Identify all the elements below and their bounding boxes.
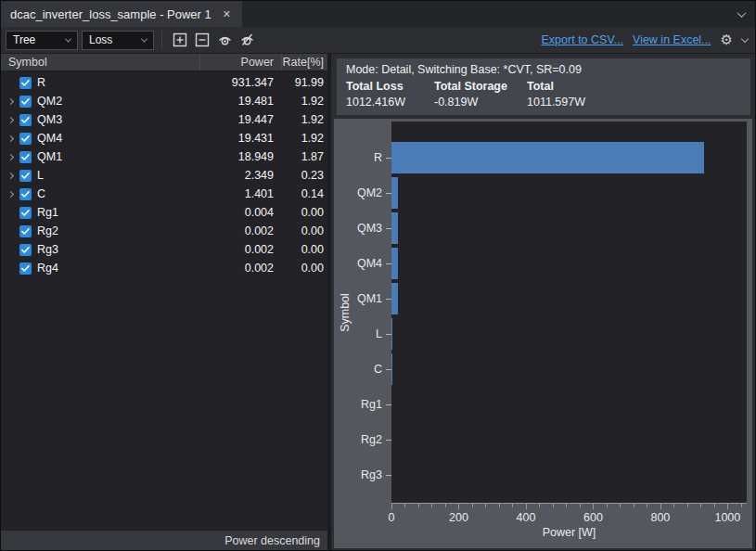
chevron-right-icon xyxy=(6,153,13,160)
row-symbol: QM4 xyxy=(37,132,199,145)
x-axis-tick xyxy=(580,504,581,507)
row-rate: 1.92 xyxy=(281,132,324,145)
tab-title: dcac_inverter_loss_sample - Power 1 xyxy=(10,7,211,21)
row-symbol: C xyxy=(37,187,199,200)
x-axis-tick xyxy=(418,504,419,507)
row-checkbox[interactable] xyxy=(19,170,32,182)
y-axis-tick xyxy=(386,299,391,300)
table-header: Symbol Power Rate[%] xyxy=(1,54,327,71)
row-rate: 0.00 xyxy=(281,243,324,256)
table-row[interactable]: Rg20.0020.00 xyxy=(1,222,327,240)
expand-arrow-cell[interactable] xyxy=(1,136,19,141)
x-axis-tick-label: 800 xyxy=(650,510,670,525)
x-axis-tick-label: 1000 xyxy=(714,510,740,525)
x-axis-tick xyxy=(714,504,715,507)
export-csv-link[interactable]: Export to CSV... xyxy=(542,33,623,46)
row-checkbox[interactable] xyxy=(19,263,32,275)
hide-all-button[interactable] xyxy=(236,30,258,50)
table-row[interactable]: Rg10.0040.00 xyxy=(1,203,327,222)
mode-line: Mode: Detail, Switching Base: *CVT, SR=0… xyxy=(346,63,741,77)
y-axis-category-label: Rg1 xyxy=(334,397,382,412)
close-icon[interactable]: ✕ xyxy=(221,7,233,21)
expand-arrow-cell[interactable] xyxy=(1,155,19,160)
chart-bar xyxy=(391,212,398,244)
row-rate: 0.23 xyxy=(281,169,324,182)
x-axis-tick xyxy=(741,504,742,507)
x-axis-tick-label: 0 xyxy=(389,510,395,525)
chart-bar xyxy=(391,142,704,173)
main-content: Symbol Power Rate[%] R931.34791.99QM219.… xyxy=(1,54,755,550)
x-axis-tick xyxy=(526,504,527,509)
table-row[interactable]: Rg40.0020.00 xyxy=(1,259,327,277)
toolbar-separator xyxy=(161,31,162,49)
row-rate: 0.00 xyxy=(281,206,324,219)
table-row[interactable]: QM319.4471.92 xyxy=(1,110,327,129)
table-row[interactable]: QM419.4311.92 xyxy=(1,129,327,147)
row-power: 0.004 xyxy=(199,206,274,219)
table-row[interactable]: QM219.4811.92 xyxy=(1,92,327,110)
expand-arrow-cell[interactable] xyxy=(1,99,19,104)
tab-list-dropdown[interactable] xyxy=(727,1,755,27)
y-axis-tick xyxy=(386,263,391,264)
x-axis-tick xyxy=(620,504,621,507)
row-symbol: L xyxy=(37,169,199,182)
table-row[interactable]: Rg30.0020.00 xyxy=(1,240,327,259)
y-axis-tick xyxy=(386,404,391,405)
tab-power1[interactable]: dcac_inverter_loss_sample - Power 1 ✕ xyxy=(1,1,242,27)
table-row[interactable]: QM118.9491.87 xyxy=(1,147,327,166)
total-label: Total xyxy=(527,80,554,94)
row-checkbox[interactable] xyxy=(19,114,32,126)
row-checkbox[interactable] xyxy=(19,133,32,145)
plus-box-icon xyxy=(173,32,187,47)
table-row[interactable]: L2.3490.23 xyxy=(1,166,327,185)
row-checkbox[interactable] xyxy=(19,188,32,200)
y-axis-tick xyxy=(386,440,391,441)
table-row[interactable]: R931.34791.99 xyxy=(1,73,327,92)
x-axis-tick xyxy=(634,504,634,507)
expand-all-button[interactable] xyxy=(169,30,191,50)
show-all-button[interactable] xyxy=(213,30,236,50)
summary-panel: Mode: Detail, Switching Base: *CVT, SR=0… xyxy=(337,58,750,115)
row-checkbox[interactable] xyxy=(19,225,32,237)
column-header-symbol[interactable]: Symbol xyxy=(1,54,199,70)
chevron-down-icon xyxy=(65,35,71,42)
expand-arrow-cell[interactable] xyxy=(1,118,19,122)
y-axis-tick xyxy=(386,158,391,159)
row-checkbox[interactable] xyxy=(19,77,32,89)
expand-arrow-cell[interactable] xyxy=(1,173,19,178)
y-axis-tick xyxy=(386,334,391,335)
toolbar: Tree Loss Export xyxy=(1,27,755,54)
gear-icon[interactable]: ⚙ xyxy=(721,33,733,47)
x-axis-tick xyxy=(593,504,594,509)
view-mode-select[interactable]: Tree xyxy=(6,31,78,50)
total-loss-label: Total Loss xyxy=(346,80,434,94)
metric-select[interactable]: Loss xyxy=(82,31,154,50)
summary-values: 1012.416W -0.819W 1011.597W xyxy=(346,96,741,109)
x-axis-tick xyxy=(673,504,674,507)
row-rate: 1.87 xyxy=(281,150,324,163)
y-axis-category-label: Rg3 xyxy=(334,468,382,482)
column-header-power[interactable]: Power xyxy=(199,54,274,70)
view-mode-value: Tree xyxy=(13,33,35,46)
x-axis-tick-label: 200 xyxy=(449,510,468,525)
expand-arrow-cell[interactable] xyxy=(1,192,19,197)
row-checkbox[interactable] xyxy=(19,151,32,163)
row-symbol: Rg4 xyxy=(37,262,199,275)
total-value: 1011.597W xyxy=(527,96,585,109)
total-loss-value: 1012.416W xyxy=(346,96,434,109)
row-checkbox[interactable] xyxy=(19,96,32,108)
chart-bar xyxy=(391,248,398,279)
view-excel-link[interactable]: View in Excel... xyxy=(633,33,711,46)
settings-chevron-icon[interactable] xyxy=(741,34,749,42)
column-header-rate[interactable]: Rate[%] xyxy=(281,54,324,70)
row-symbol: Rg2 xyxy=(37,224,199,237)
x-axis-tick xyxy=(512,504,513,507)
row-checkbox[interactable] xyxy=(19,207,32,219)
table-body: R931.34791.99QM219.4811.92QM319.4471.92Q… xyxy=(1,71,327,530)
row-checkbox[interactable] xyxy=(19,244,32,256)
tabbar-spacer xyxy=(242,1,727,27)
table-row[interactable]: C1.4010.14 xyxy=(1,185,327,203)
collapse-all-button[interactable] xyxy=(191,30,213,50)
y-axis-tick xyxy=(386,475,391,476)
x-axis-tick xyxy=(485,504,486,507)
